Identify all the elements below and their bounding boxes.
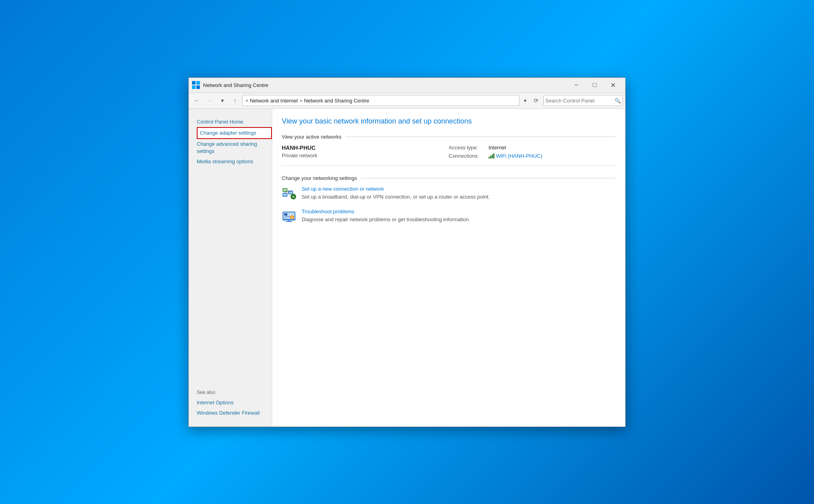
connections-label: Connections: — [449, 153, 485, 159]
search-button[interactable]: 🔍 — [614, 98, 621, 104]
breadcrumb-separator: > — [299, 98, 302, 104]
search-box[interactable]: 🔍 — [543, 95, 623, 106]
troubleshoot-text: Troubleshoot problems Diagnose and repai… — [302, 209, 616, 223]
svg-rect-14 — [284, 213, 287, 216]
address-path-box[interactable]: « Network and Internet > Network and Sha… — [242, 95, 519, 106]
see-also-label: See also — [197, 390, 272, 395]
wifi-connection-name: WiFi (HANH-PHUC) — [496, 153, 542, 159]
main-content: Control Panel Home Change adapter settin… — [189, 109, 625, 427]
active-networks-header: View your active networks — [282, 134, 616, 140]
up-button[interactable]: ↑ — [229, 95, 240, 106]
troubleshoot-icon: ? — [282, 209, 296, 223]
main-window: Network and Sharing Centre − □ ✕ ← → ▾ ↑… — [188, 77, 626, 427]
breadcrumb-path: Network and Internet > Network and Shari… — [250, 98, 369, 104]
minimize-button[interactable]: − — [567, 79, 585, 91]
settings-section: + Set up a new connection or network Set… — [282, 186, 616, 223]
wifi-connection-link[interactable]: WiFi (HANH-PHUC) — [488, 153, 542, 159]
troubleshoot-link[interactable]: Troubleshoot problems — [302, 209, 616, 214]
svg-rect-1 — [283, 194, 287, 196]
troubleshoot-desc: Diagnose and repair network problems or … — [302, 216, 470, 222]
access-type-label: Access type: — [449, 145, 485, 151]
new-connection-text: Set up a new connection or network Set u… — [302, 186, 616, 201]
breadcrumb-arrows: « — [246, 98, 248, 103]
wifi-bars-icon — [488, 153, 494, 158]
active-networks-divider — [345, 137, 616, 137]
breadcrumb-part2: Network and Sharing Centre — [304, 98, 369, 104]
networking-settings-divider — [361, 178, 616, 178]
dropdown-button[interactable]: ▾ — [217, 95, 228, 106]
forward-button[interactable]: → — [204, 95, 215, 106]
address-dropdown-button[interactable]: ▾ — [521, 95, 529, 106]
close-button[interactable]: ✕ — [604, 79, 622, 91]
new-connection-svg: + — [282, 186, 296, 200]
access-type-value: Internet — [488, 145, 506, 151]
address-bar: ← → ▾ ↑ « Network and Internet > Network… — [189, 93, 625, 109]
refresh-button[interactable]: ⟳ — [531, 95, 542, 106]
svg-text:+: + — [292, 194, 295, 199]
sidebar-item-media-streaming[interactable]: Media streaming options — [197, 156, 272, 167]
network-info-grid: HANH-PHUC Private network Access type: I… — [282, 145, 616, 166]
new-connection-desc: Set up a broadband, dial-up or VPN conne… — [302, 194, 490, 200]
connections-row: Connections: WiFi (HANH-PHUC) — [449, 153, 616, 159]
svg-rect-17 — [286, 221, 292, 222]
sidebar-item-firewall[interactable]: Windows Defender Firewall — [197, 408, 272, 418]
troubleshoot-item: ? Troubleshoot problems Diagnose and rep… — [282, 209, 616, 223]
new-connection-link[interactable]: Set up a new connection or network — [302, 186, 616, 192]
sidebar-item-adapter-settings[interactable]: Change adapter settings — [197, 127, 272, 139]
new-connection-item: + Set up a new connection or network Set… — [282, 186, 616, 201]
sidebar-item-home[interactable]: Control Panel Home — [197, 117, 272, 127]
network-name: HANH-PHUC — [282, 145, 449, 151]
network-type: Private network — [282, 153, 449, 158]
search-input[interactable] — [545, 98, 614, 104]
sidebar: Control Panel Home Change adapter settin… — [189, 109, 272, 427]
maximize-button[interactable]: □ — [585, 79, 604, 91]
troubleshoot-svg: ? — [282, 209, 296, 223]
svg-text:?: ? — [291, 216, 293, 220]
title-bar-controls: − □ ✕ — [567, 79, 622, 91]
back-button[interactable]: ← — [191, 95, 202, 106]
window-icon — [192, 81, 200, 89]
networking-settings-header: Change your networking settings — [282, 175, 616, 181]
breadcrumb-part1: Network and Internet — [250, 98, 298, 104]
svg-rect-5 — [283, 189, 287, 191]
window-title: Network and Sharing Centre — [203, 82, 567, 88]
sidebar-item-internet-options[interactable]: Internet Options — [197, 398, 272, 408]
networking-settings-label: Change your networking settings — [282, 175, 357, 181]
network-left-col: HANH-PHUC Private network — [282, 145, 449, 159]
title-bar: Network and Sharing Centre − □ ✕ — [189, 78, 625, 93]
new-connection-icon: + — [282, 186, 296, 200]
sidebar-item-advanced-sharing[interactable]: Change advanced sharing settings — [197, 139, 272, 156]
active-networks-label: View your active networks — [282, 134, 341, 140]
network-right-col: Access type: Internet Connections: — [449, 145, 616, 159]
access-type-row: Access type: Internet — [449, 145, 616, 151]
page-title: View your basic network information and … — [282, 117, 616, 126]
right-panel: View your basic network information and … — [272, 109, 625, 427]
